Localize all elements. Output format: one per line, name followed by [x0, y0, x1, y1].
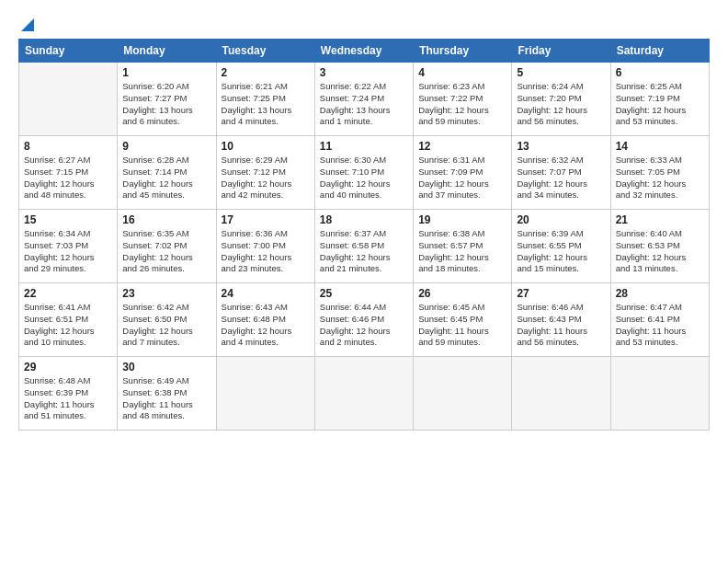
cell-info-line: Daylight: 12 hours — [616, 178, 704, 190]
cell-info-line: and 34 minutes. — [517, 190, 605, 201]
cell-info-line: Sunrise: 6:37 AM — [320, 228, 408, 240]
cell-info-line: Sunset: 6:43 PM — [517, 314, 605, 326]
cell-info-line: and 56 minutes. — [517, 116, 605, 128]
cell-info-line: Sunrise: 6:46 AM — [517, 302, 605, 314]
calendar-cell: 30Sunrise: 6:49 AMSunset: 6:38 PMDayligh… — [118, 357, 216, 431]
cell-info-line: Sunrise: 6:31 AM — [418, 155, 506, 167]
calendar-cell — [314, 357, 413, 431]
calendar-cell: 6Sunrise: 6:25 AMSunset: 7:19 PMDaylight… — [610, 63, 709, 136]
cell-info-line: and 6 minutes. — [122, 116, 210, 128]
calendar-cell: 22Sunrise: 6:41 AMSunset: 6:51 PMDayligh… — [19, 283, 118, 357]
calendar-cell: 18Sunrise: 6:37 AMSunset: 6:58 PMDayligh… — [314, 210, 413, 283]
cell-info-line: Sunrise: 6:27 AM — [24, 155, 112, 167]
cell-info-line: Sunset: 7:20 PM — [517, 93, 605, 105]
day-number: 29 — [24, 361, 112, 373]
day-number: 3 — [320, 66, 408, 79]
calendar-week-3: 15Sunrise: 6:34 AMSunset: 7:03 PMDayligh… — [19, 210, 710, 283]
cell-info-line: Sunset: 6:57 PM — [418, 240, 506, 252]
cell-info-line: Sunset: 7:14 PM — [122, 167, 210, 178]
calendar-week-5: 29Sunrise: 6:48 AMSunset: 6:39 PMDayligh… — [19, 357, 710, 431]
cell-info-line: Sunset: 6:50 PM — [122, 314, 210, 326]
calendar-cell: 14Sunrise: 6:33 AMSunset: 7:05 PMDayligh… — [610, 136, 709, 210]
cell-info-line: Daylight: 12 hours — [122, 326, 210, 338]
cell-info-line: and 1 minute. — [320, 116, 408, 128]
day-number: 15 — [24, 213, 112, 226]
cell-info-line: Sunrise: 6:44 AM — [320, 302, 408, 314]
day-number: 26 — [418, 287, 506, 300]
cell-info-line: and 21 minutes. — [320, 263, 408, 275]
cell-info-line: Sunset: 7:10 PM — [320, 167, 408, 178]
cell-info-line: Daylight: 12 hours — [616, 105, 704, 117]
cell-info-line: Sunset: 7:07 PM — [517, 167, 605, 178]
day-number: 13 — [517, 140, 605, 153]
day-number: 17 — [222, 213, 310, 226]
day-number: 20 — [517, 213, 605, 226]
cell-info-line: Daylight: 12 hours — [222, 178, 310, 190]
cell-info-line: Daylight: 11 hours — [517, 326, 605, 338]
cell-info-line: and 26 minutes. — [122, 263, 210, 275]
cell-info-line: Sunset: 7:27 PM — [122, 93, 210, 105]
svg-marker-0 — [21, 18, 34, 31]
cell-info-line: Sunrise: 6:43 AM — [222, 302, 310, 314]
cell-info-line: Daylight: 12 hours — [418, 252, 506, 264]
cell-info-line: Sunset: 6:38 PM — [122, 387, 210, 399]
cell-info-line: and 37 minutes. — [418, 190, 506, 201]
cell-info-line: Daylight: 12 hours — [222, 252, 310, 264]
day-number: 1 — [122, 66, 210, 79]
calendar-header-row: SundayMondayTuesdayWednesdayThursdayFrid… — [19, 40, 710, 63]
calendar-cell: 24Sunrise: 6:43 AMSunset: 6:48 PMDayligh… — [216, 283, 314, 357]
cell-info-line: Daylight: 12 hours — [320, 326, 408, 338]
cell-info-line: Sunrise: 6:34 AM — [24, 228, 112, 240]
calendar-cell: 4Sunrise: 6:23 AMSunset: 7:22 PMDaylight… — [414, 63, 512, 136]
weekday-header-wednesday: Wednesday — [314, 40, 413, 63]
calendar-cell — [216, 357, 314, 431]
cell-info-line: Sunrise: 6:20 AM — [122, 81, 210, 93]
cell-info-line: Sunrise: 6:38 AM — [418, 228, 506, 240]
weekday-header-friday: Friday — [512, 40, 610, 63]
cell-info-line: and 32 minutes. — [616, 190, 704, 201]
cell-info-line: and 45 minutes. — [122, 190, 210, 201]
weekday-header-monday: Monday — [118, 40, 216, 63]
cell-info-line: Sunrise: 6:21 AM — [222, 81, 310, 93]
cell-info-line: and 15 minutes. — [517, 263, 605, 275]
cell-info-line: and 42 minutes. — [222, 190, 310, 201]
cell-info-line: and 4 minutes. — [222, 116, 310, 128]
cell-info-line: Daylight: 12 hours — [320, 178, 408, 190]
cell-info-line: and 4 minutes. — [222, 337, 310, 349]
weekday-header-tuesday: Tuesday — [216, 40, 314, 63]
calendar-cell — [19, 63, 118, 136]
day-number: 14 — [616, 140, 704, 153]
logo — [18, 17, 37, 29]
day-number: 30 — [122, 361, 210, 373]
day-number: 10 — [222, 140, 310, 153]
calendar-cell: 16Sunrise: 6:35 AMSunset: 7:02 PMDayligh… — [118, 210, 216, 283]
cell-info-line: Sunset: 6:51 PM — [24, 314, 112, 326]
cell-info-line: Sunrise: 6:47 AM — [616, 302, 704, 314]
cell-info-line: Sunrise: 6:45 AM — [418, 302, 506, 314]
calendar-cell: 5Sunrise: 6:24 AMSunset: 7:20 PMDaylight… — [512, 63, 610, 136]
day-number: 12 — [418, 140, 506, 153]
day-number: 28 — [616, 287, 704, 300]
cell-info-line: Daylight: 12 hours — [24, 326, 112, 338]
cell-info-line: Sunset: 7:02 PM — [122, 240, 210, 252]
day-number: 19 — [418, 213, 506, 226]
day-number: 2 — [222, 66, 310, 79]
cell-info-line: Sunrise: 6:28 AM — [122, 155, 210, 167]
calendar-cell: 21Sunrise: 6:40 AMSunset: 6:53 PMDayligh… — [610, 210, 709, 283]
cell-info-line: Sunset: 6:45 PM — [418, 314, 506, 326]
calendar-cell: 13Sunrise: 6:32 AMSunset: 7:07 PMDayligh… — [512, 136, 610, 210]
calendar-cell: 15Sunrise: 6:34 AMSunset: 7:03 PMDayligh… — [19, 210, 118, 283]
day-number: 27 — [517, 287, 605, 300]
day-number: 21 — [616, 213, 704, 226]
cell-info-line: Sunset: 7:09 PM — [418, 167, 506, 178]
cell-info-line: Sunrise: 6:42 AM — [122, 302, 210, 314]
calendar-cell: 1Sunrise: 6:20 AMSunset: 7:27 PMDaylight… — [118, 63, 216, 136]
cell-info-line: and 13 minutes. — [616, 263, 704, 275]
cell-info-line: Daylight: 12 hours — [122, 178, 210, 190]
day-number: 25 — [320, 287, 408, 300]
cell-info-line: Sunset: 6:53 PM — [616, 240, 704, 252]
cell-info-line: Sunset: 7:05 PM — [616, 167, 704, 178]
cell-info-line: Sunset: 6:39 PM — [24, 387, 112, 399]
calendar-cell: 10Sunrise: 6:29 AMSunset: 7:12 PMDayligh… — [216, 136, 314, 210]
cell-info-line: Daylight: 12 hours — [418, 105, 506, 117]
